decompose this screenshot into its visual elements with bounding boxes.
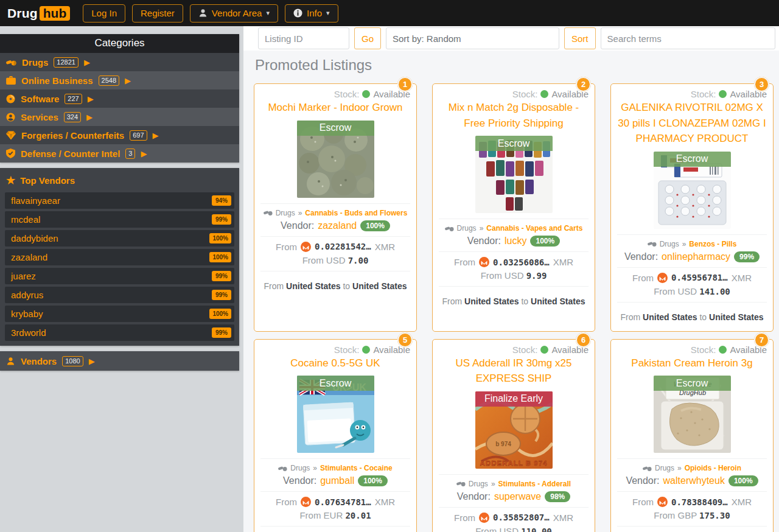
listing-image[interactable]: UK>UK [297, 376, 374, 453]
vendor-row[interactable]: krybaby 100% [5, 306, 234, 322]
listing-title[interactable]: Mochi Marker - Indoor Grown [260, 100, 410, 116]
vendor-link[interactable]: lucky [505, 236, 526, 247]
category-link[interactable]: Stimulants - Cocaine [320, 464, 393, 472]
go-button[interactable]: Go [354, 27, 381, 49]
category-link[interactable]: Cannabis - Buds and Flowers [305, 209, 407, 217]
from-label: From [632, 497, 654, 507]
monero-icon [657, 497, 668, 507]
listing-image[interactable]: Escrow [654, 152, 731, 229]
login-label: Log In [91, 8, 117, 18]
shipping-info: From United States to United States [260, 271, 410, 325]
vendor-area-menu[interactable]: Vendor Area ▾ [190, 4, 278, 23]
vendor-rating-badge: 100% [530, 236, 560, 247]
vendor-row[interactable]: juarez 99% [5, 268, 234, 284]
vendor-rating-badge: 98% [545, 491, 570, 502]
sidebar-item-drugs[interactable]: Drugs 12821 ▶ [0, 53, 239, 71]
vendor-row[interactable]: flavainyaear 94% [5, 192, 234, 209]
sidebar-item-services[interactable]: Services 324 ▶ [0, 108, 239, 126]
category-link[interactable]: Benzos - Pills [689, 240, 736, 248]
vendor-name: 3rdworld [11, 327, 46, 338]
sidebar-item-forgeries[interactable]: Forgeries / Counterfeits 697 ▶ [0, 126, 239, 144]
vendor-row[interactable]: 3rdworld 99% [5, 324, 234, 341]
fiat-currency: EUR [324, 510, 343, 520]
listing-title[interactable]: Mix n Match 2g Disposable - Free Priorit… [439, 100, 589, 131]
gem-icon [6, 131, 16, 140]
listing-card[interactable]: 7 Stock: Available Pakistan Cream Heroin… [610, 339, 774, 532]
stock-status: Stock: Available [260, 345, 410, 355]
listing-card[interactable]: 2 Stock: Available Mix n Match 2g Dispos… [432, 83, 595, 332]
search-input[interactable] [601, 27, 775, 49]
pills-icon [264, 209, 273, 216]
play-icon: ▶ [125, 77, 131, 85]
vendor-link[interactable]: superwave [494, 491, 541, 502]
sidebar-item-vendors[interactable]: Vendors 1080 ▶ [0, 351, 239, 371]
listing-image[interactable]: Escrow [475, 136, 553, 213]
stock-dot-icon [362, 346, 370, 354]
drughub-logo[interactable]: Drug hub [7, 6, 70, 21]
vendor-row[interactable]: zazaland 100% [5, 249, 234, 265]
stock-status: Stock: Available [439, 89, 589, 99]
listing-card[interactable]: 1 Stock: Available Mochi Marker - Indoor… [254, 83, 417, 332]
monero-icon [657, 273, 668, 283]
sort-button[interactable]: Sort [564, 27, 596, 49]
from-label: From [276, 242, 297, 252]
from-label: From [632, 273, 654, 283]
ship-to-country: United States [352, 279, 407, 294]
xmr-price-line: From 0.35852807… XMR [439, 513, 589, 523]
person-icon [6, 357, 15, 366]
vendor-link[interactable]: zazaland [318, 220, 357, 231]
vendor-row[interactable]: addyrus 99% [5, 287, 234, 303]
stock-dot-icon [719, 346, 727, 354]
listing-title[interactable]: Cocaine 0.5-5G UK [260, 355, 410, 371]
stock-dot-icon [540, 346, 548, 354]
category-breadcrumb: Drugs » Stimulants - Cocaine [260, 458, 410, 472]
info-menu[interactable]: Info ▾ [285, 4, 338, 23]
vendor-link[interactable]: walterwhyteuk [663, 475, 725, 486]
breadcrumb-separator: » [682, 240, 686, 248]
listing-image[interactable]: Escrow [297, 121, 374, 198]
vendor-name: zazaland [11, 252, 47, 262]
vendor-rating-badge: 100% [358, 475, 388, 486]
sidebar-item-software[interactable]: Software 227 ▶ [0, 89, 239, 108]
listing-card[interactable]: 6 Stock: Available US Adderall IR 30mg x… [432, 339, 595, 532]
listing-title[interactable]: US Adderall IR 30mg x25 EXPRESS SHIP [439, 355, 589, 387]
shipping-info: From United States to United States [439, 286, 589, 325]
to-label: to [343, 281, 350, 291]
shield-check-icon [6, 149, 15, 158]
listing-image[interactable]: WalterWhyte DrugHub Escrow [654, 376, 731, 453]
listing-id-input[interactable] [258, 27, 349, 49]
listing-card[interactable]: 3 Stock: Available GALENIKA RIVOTRIL 02M… [610, 83, 774, 332]
sidebar-item-defense[interactable]: Defense / Counter Intel 3 ▶ [0, 144, 239, 163]
sidebar-item-label: Services [21, 112, 58, 122]
from-label: From [442, 296, 463, 306]
login-button[interactable]: Log In [83, 4, 125, 23]
category-link[interactable]: Stimulants - Adderall [498, 480, 571, 488]
sort-select[interactable]: Sort by: Random [386, 27, 559, 49]
vendor-row[interactable]: mcdeal 99% [5, 211, 234, 228]
listing-card[interactable]: 5 Stock: Available Cocaine 0.5-5G UK [254, 339, 417, 532]
price-section: From 0.02281542… XMR From USD 7.00 [260, 236, 410, 271]
pills-icon [445, 225, 454, 232]
vendor-link[interactable]: onlinepharmacy [662, 251, 730, 262]
shipping-info: From United Kingdom to United Kingdom [260, 526, 410, 532]
category-link[interactable]: Opioids - Heroin [685, 464, 741, 472]
from-label: From [481, 270, 502, 281]
listing-image[interactable]: b 974 ADDERALL B 974 Finalize Early [475, 391, 553, 469]
vendor-row[interactable]: daddybiden 100% [5, 230, 234, 247]
vendor-label: Vendor: [626, 475, 659, 486]
from-label: From [454, 257, 475, 267]
register-button[interactable]: Register [132, 4, 183, 23]
monero-icon [479, 257, 489, 267]
category-link[interactable]: Cannabis - Vapes and Carts [486, 224, 582, 233]
vendor-line: Vendor: gumball 100% [260, 475, 410, 486]
vendor-rating-badge: 99% [734, 251, 760, 262]
sidebar-item-online-business[interactable]: Online Business 2548 ▶ [0, 71, 239, 89]
image-caption: ADDERALL B 974 [480, 460, 547, 467]
drugs-crumb: Drugs [655, 464, 674, 472]
listing-title[interactable]: GALENIKA RIVOTRIL 02MG X 30 pills I CLON… [617, 100, 767, 147]
vendor-link[interactable]: gumball [320, 475, 354, 486]
monero-icon [301, 242, 311, 252]
xmr-amount: 0.45956781… [671, 273, 728, 282]
price-section: From 0.07634781… XMR From EUR 20.01 [260, 491, 410, 526]
listing-title[interactable]: Pakistan Cream Heroin 3g [617, 355, 767, 371]
